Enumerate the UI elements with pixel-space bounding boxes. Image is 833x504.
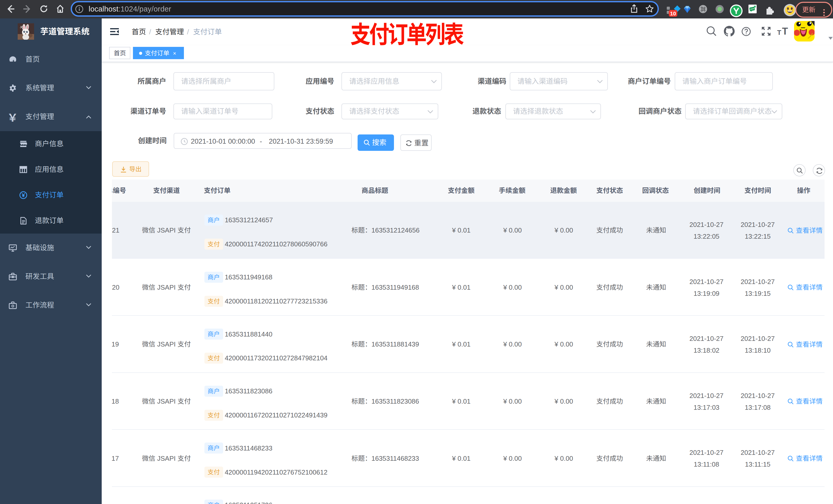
svg-text:10: 10 [670, 10, 676, 16]
